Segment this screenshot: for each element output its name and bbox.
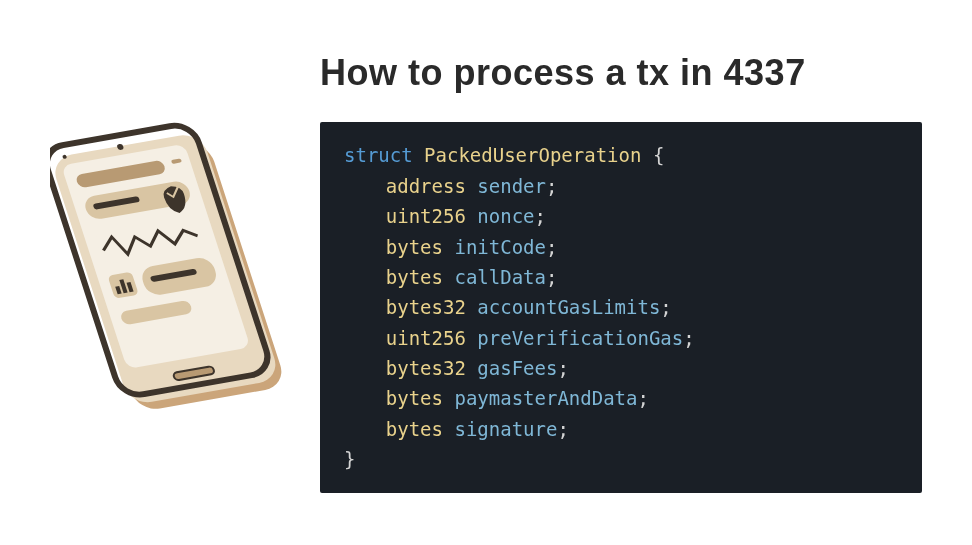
- struct-field: bytes callData;: [344, 262, 898, 292]
- semicolon: ;: [683, 327, 694, 349]
- keyword-struct: struct: [344, 144, 413, 166]
- struct-field: uint256 preVerificationGas;: [344, 323, 898, 353]
- field-name: initCode: [454, 236, 546, 258]
- tablet-illustration: [50, 93, 290, 453]
- struct-field: bytes32 accountGasLimits;: [344, 292, 898, 322]
- field-name: paymasterAndData: [454, 387, 637, 409]
- field-name: gasFees: [477, 357, 557, 379]
- struct-decl-line: struct PackedUserOperation {: [344, 140, 898, 170]
- struct-name: PackedUserOperation: [424, 144, 641, 166]
- struct-fields: address sender;uint256 nonce;bytes initC…: [344, 171, 898, 445]
- close-brace-line: }: [344, 444, 898, 474]
- semicolon: ;: [546, 266, 557, 288]
- field-type: address: [386, 175, 466, 197]
- field-type: bytes32: [386, 357, 466, 379]
- struct-field: bytes paymasterAndData;: [344, 383, 898, 413]
- open-brace: {: [653, 144, 664, 166]
- struct-field: bytes32 gasFees;: [344, 353, 898, 383]
- field-type: uint256: [386, 327, 466, 349]
- struct-field: bytes signature;: [344, 414, 898, 444]
- struct-field: address sender;: [344, 171, 898, 201]
- struct-field: bytes initCode;: [344, 232, 898, 262]
- semicolon: ;: [546, 236, 557, 258]
- field-name: accountGasLimits: [477, 296, 660, 318]
- semicolon: ;: [546, 175, 557, 197]
- field-name: sender: [477, 175, 546, 197]
- field-type: bytes32: [386, 296, 466, 318]
- semicolon: ;: [637, 387, 648, 409]
- page-title: How to process a tx in 4337: [320, 52, 922, 94]
- semicolon: ;: [535, 205, 546, 227]
- field-name: nonce: [477, 205, 534, 227]
- close-brace: }: [344, 448, 355, 470]
- field-type: bytes: [386, 236, 443, 258]
- isometric-tablet-icon: [50, 93, 290, 453]
- semicolon: ;: [557, 418, 568, 440]
- code-block: struct PackedUserOperation { address sen…: [320, 122, 922, 492]
- semicolon: ;: [557, 357, 568, 379]
- field-name: signature: [454, 418, 557, 440]
- struct-field: uint256 nonce;: [344, 201, 898, 231]
- field-type: uint256: [386, 205, 466, 227]
- semicolon: ;: [660, 296, 671, 318]
- field-name: preVerificationGas: [477, 327, 683, 349]
- field-type: bytes: [386, 418, 443, 440]
- field-name: callData: [454, 266, 546, 288]
- field-type: bytes: [386, 387, 443, 409]
- content-column: How to process a tx in 4337 struct Packe…: [320, 52, 922, 492]
- field-type: bytes: [386, 266, 443, 288]
